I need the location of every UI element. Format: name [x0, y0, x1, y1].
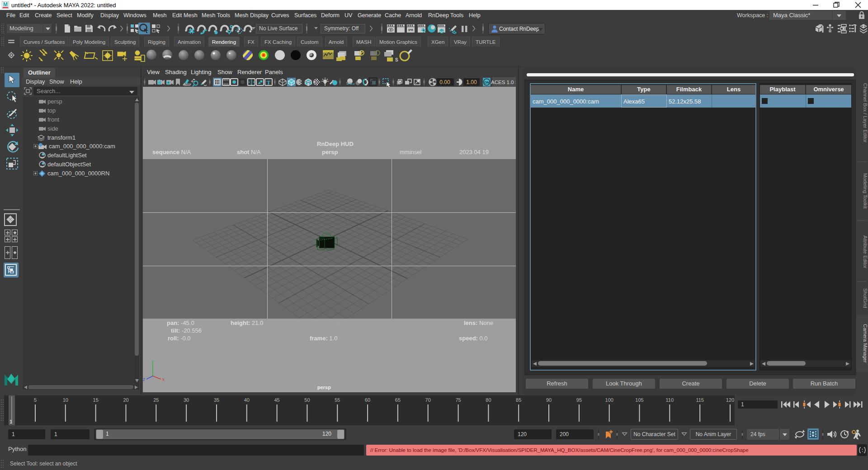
svg-text:110: 110 [666, 397, 674, 403]
svg-text:25: 25 [153, 397, 159, 403]
svg-text:15: 15 [93, 397, 99, 403]
svg-text:y: y [151, 359, 154, 364]
svg-text:M: M [3, 1, 8, 8]
svg-text:10: 10 [63, 397, 68, 403]
svg-text:IPR: IPR [408, 28, 413, 32]
svg-text:100: 100 [605, 397, 613, 403]
svg-text:60: 60 [365, 397, 370, 403]
svg-text:105: 105 [635, 397, 643, 403]
svg-text:55: 55 [335, 397, 340, 403]
svg-text:35: 35 [214, 397, 219, 403]
svg-text:45: 45 [274, 397, 279, 403]
svg-text:90: 90 [546, 397, 552, 403]
svg-text:120: 120 [726, 397, 734, 403]
svg-text:115: 115 [696, 397, 704, 403]
svg-text:40: 40 [244, 397, 250, 403]
svg-text:85: 85 [516, 397, 521, 403]
svg-text:65: 65 [395, 397, 401, 403]
svg-text:1.00: 1.00 [466, 79, 477, 85]
svg-text:0.00: 0.00 [439, 79, 450, 85]
svg-text:75: 75 [455, 397, 461, 403]
svg-text:80: 80 [486, 397, 491, 403]
svg-text:50: 50 [304, 397, 310, 403]
svg-text:5: 5 [34, 397, 37, 403]
svg-text:70: 70 [425, 397, 431, 403]
svg-text:ON: ON [484, 80, 489, 85]
svg-text:30: 30 [184, 397, 189, 403]
svg-text:ACES 1.0 S: ACES 1.0 S [491, 80, 516, 85]
svg-text:1: 1 [9, 419, 12, 424]
svg-text:S: S [395, 57, 398, 62]
svg-text:95: 95 [576, 397, 582, 403]
svg-text:z: z [143, 377, 145, 382]
svg-text:20: 20 [123, 397, 128, 403]
svg-text:x: x [162, 377, 165, 382]
svg-text:T: T [267, 80, 270, 86]
